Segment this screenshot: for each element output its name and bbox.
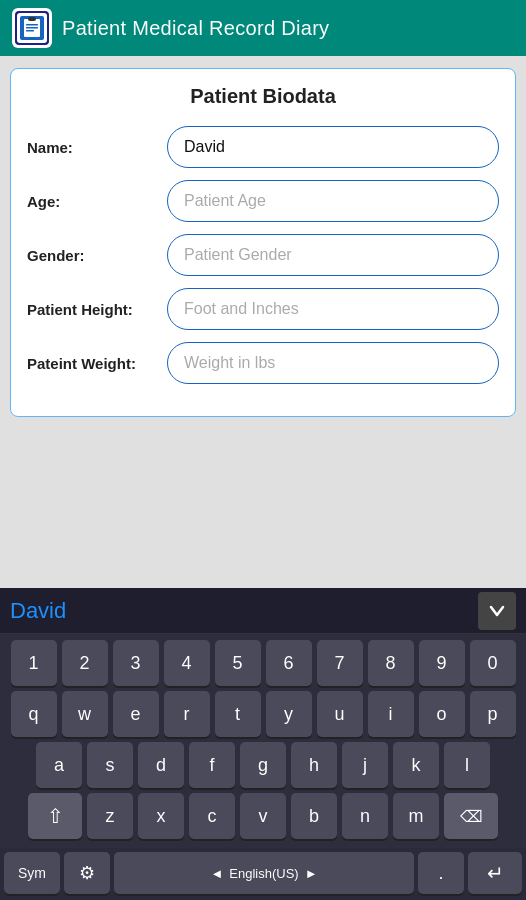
backspace-key[interactable]: ⌫ — [444, 793, 498, 839]
key-7[interactable]: 7 — [317, 640, 363, 686]
sym-key[interactable]: Sym — [4, 852, 60, 894]
space-key[interactable]: ◄ English(US) ► — [114, 852, 414, 894]
key-2[interactable]: 2 — [62, 640, 108, 686]
patient-biodata-card: Patient Biodata Name: Age: Gender: Patie… — [10, 68, 516, 417]
gear-key[interactable]: ⚙ — [64, 852, 110, 894]
key-l[interactable]: l — [444, 742, 490, 788]
gender-row: Gender: — [27, 234, 499, 276]
svg-rect-7 — [26, 30, 34, 32]
weight-input[interactable] — [167, 342, 499, 384]
key-h[interactable]: h — [291, 742, 337, 788]
key-q[interactable]: q — [11, 691, 57, 737]
weight-row: Pateint Weight: — [27, 342, 499, 384]
key-b[interactable]: b — [291, 793, 337, 839]
key-4[interactable]: 4 — [164, 640, 210, 686]
weight-label: Pateint Weight: — [27, 355, 167, 372]
svg-rect-5 — [26, 24, 38, 26]
key-m[interactable]: m — [393, 793, 439, 839]
app-icon — [12, 8, 52, 48]
key-x[interactable]: x — [138, 793, 184, 839]
enter-key[interactable]: ↵ — [468, 852, 522, 894]
key-a[interactable]: a — [36, 742, 82, 788]
name-input[interactable] — [167, 126, 499, 168]
age-label: Age: — [27, 193, 167, 210]
name-row: Name: — [27, 126, 499, 168]
key-8[interactable]: 8 — [368, 640, 414, 686]
key-p[interactable]: p — [470, 691, 516, 737]
key-c[interactable]: c — [189, 793, 235, 839]
svg-rect-4 — [28, 17, 36, 21]
age-input[interactable] — [167, 180, 499, 222]
height-input[interactable] — [167, 288, 499, 330]
key-y[interactable]: y — [266, 691, 312, 737]
height-row: Patient Height: — [27, 288, 499, 330]
key-6[interactable]: 6 — [266, 640, 312, 686]
key-t[interactable]: t — [215, 691, 261, 737]
key-o[interactable]: o — [419, 691, 465, 737]
age-row: Age: — [27, 180, 499, 222]
key-e[interactable]: e — [113, 691, 159, 737]
gender-input[interactable] — [167, 234, 499, 276]
svg-rect-6 — [26, 27, 38, 29]
name-label: Name: — [27, 139, 167, 156]
q-row: q w e r t y u i o p — [4, 691, 522, 737]
keyboard-bottom-bar: Sym ⚙ ◄ English(US) ► . ↵ — [0, 848, 526, 900]
form-title: Patient Biodata — [27, 85, 499, 108]
key-5[interactable]: 5 — [215, 640, 261, 686]
keyboard-input-bar: David — [0, 588, 526, 634]
key-u[interactable]: u — [317, 691, 363, 737]
key-1[interactable]: 1 — [11, 640, 57, 686]
space-language-label: English(US) — [229, 866, 298, 881]
key-f[interactable]: f — [189, 742, 235, 788]
height-label: Patient Height: — [27, 301, 167, 318]
period-key[interactable]: . — [418, 852, 464, 894]
key-g[interactable]: g — [240, 742, 286, 788]
key-n[interactable]: n — [342, 793, 388, 839]
key-r[interactable]: r — [164, 691, 210, 737]
keyboard-input-display: David — [10, 598, 478, 624]
shift-key[interactable]: ⇧ — [28, 793, 82, 839]
key-j[interactable]: j — [342, 742, 388, 788]
number-row: 1 2 3 4 5 6 7 8 9 0 — [4, 640, 522, 686]
keyboard-body: 1 2 3 4 5 6 7 8 9 0 q w e r t y u i o p … — [0, 634, 526, 848]
key-i[interactable]: i — [368, 691, 414, 737]
keyboard-chevron-button[interactable] — [478, 592, 516, 630]
a-row: a s d f g h j k l — [4, 742, 522, 788]
z-row: ⇧ z x c v b n m ⌫ — [4, 793, 522, 839]
key-0[interactable]: 0 — [470, 640, 516, 686]
key-k[interactable]: k — [393, 742, 439, 788]
key-z[interactable]: z — [87, 793, 133, 839]
keyboard-area: David 1 2 3 4 5 6 7 8 9 0 q w e r t — [0, 588, 526, 900]
key-w[interactable]: w — [62, 691, 108, 737]
key-9[interactable]: 9 — [419, 640, 465, 686]
key-s[interactable]: s — [87, 742, 133, 788]
gender-label: Gender: — [27, 247, 167, 264]
space-arrow-right: ► — [305, 866, 318, 881]
key-v[interactable]: v — [240, 793, 286, 839]
app-header: Patient Medical Record Diary — [0, 0, 526, 56]
key-3[interactable]: 3 — [113, 640, 159, 686]
app-title: Patient Medical Record Diary — [62, 17, 329, 40]
space-arrow-left: ◄ — [210, 866, 223, 881]
key-d[interactable]: d — [138, 742, 184, 788]
